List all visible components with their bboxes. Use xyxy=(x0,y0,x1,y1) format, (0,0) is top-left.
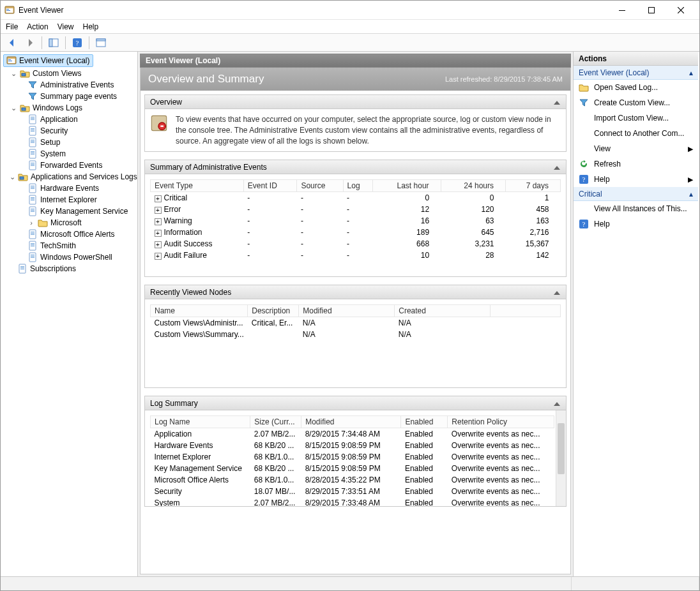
column-header[interactable]: Event ID xyxy=(243,180,297,192)
column-header[interactable]: Last hour xyxy=(373,180,441,192)
column-header[interactable]: Modified xyxy=(301,416,401,428)
column-header[interactable]: Name xyxy=(151,305,248,317)
maximize-button[interactable] xyxy=(637,1,666,19)
summary-table[interactable]: Event TypeEvent IDSourceLogLast hour24 h… xyxy=(150,179,561,261)
tree-custom-views[interactable]: ⌄ Custom Views xyxy=(8,68,136,79)
expand-icon[interactable]: + xyxy=(155,241,162,248)
menu-help[interactable]: Help xyxy=(83,22,99,31)
summary-row[interactable]: +Warning --- 1663163 xyxy=(151,215,561,227)
expand-icon[interactable]: › xyxy=(27,219,35,227)
column-header[interactable]: Size (Curr... xyxy=(250,416,301,428)
log-row[interactable]: Security18.07 MB/...8/29/2015 7:33:51 AM… xyxy=(151,486,554,497)
tree-summary-events[interactable]: Summary page events xyxy=(26,91,136,102)
tree-log-item[interactable]: System xyxy=(26,148,136,160)
column-header[interactable]: Event Type xyxy=(151,180,244,192)
action-item[interactable]: Create Custom View... xyxy=(574,95,698,110)
column-header[interactable]: Retention Policy xyxy=(448,416,554,428)
log-summary-table[interactable]: Log NameSize (Curr...ModifiedEnabledRete… xyxy=(150,415,554,506)
actions-section-critical[interactable]: Critical ▴ xyxy=(574,187,698,201)
summary-row[interactable]: +Audit Failure --- 1028142 xyxy=(151,250,561,261)
show-hide-action-button[interactable] xyxy=(93,36,109,50)
column-header[interactable]: Log xyxy=(343,180,373,192)
column-header[interactable] xyxy=(491,305,561,317)
log-row[interactable]: Application2.07 MB/2...8/29/2015 7:34:48… xyxy=(151,428,554,440)
column-header[interactable]: 24 hours xyxy=(441,180,505,192)
collapse-icon[interactable]: ⌄ xyxy=(10,173,15,181)
column-header[interactable]: Description xyxy=(248,305,299,317)
tree-log-item[interactable]: Key Management Service xyxy=(26,206,136,217)
tree-log-item[interactable]: Setup xyxy=(26,137,136,148)
menu-action[interactable]: Action xyxy=(27,22,48,31)
actions-section-local[interactable]: Event Viewer (Local) ▴ xyxy=(574,66,698,80)
tree-admin-events[interactable]: Administrative Events xyxy=(26,79,136,91)
collapse-icon[interactable] xyxy=(552,98,561,107)
expand-icon[interactable]: + xyxy=(155,218,162,225)
expand-icon[interactable]: + xyxy=(155,230,162,237)
action-item[interactable]: Refresh xyxy=(574,156,698,172)
tree-apps-logs[interactable]: ⌄ Applications and Services Logs xyxy=(8,171,136,183)
summary-row[interactable]: +Critical --- 001 xyxy=(151,192,561,204)
action-item[interactable]: View ▶ xyxy=(574,141,698,156)
tree-log-item[interactable]: Windows PowerShell xyxy=(26,251,136,263)
log-row[interactable]: Microsoft Office Alerts68 KB/1.0...8/28/… xyxy=(151,474,554,486)
log-row[interactable]: Key Management Service68 KB/20 ...8/15/2… xyxy=(151,463,554,474)
collapse-icon[interactable]: ▴ xyxy=(689,190,693,198)
log-row[interactable]: Internet Explorer68 KB/1.0...8/15/2015 9… xyxy=(151,451,554,463)
collapse-icon[interactable] xyxy=(552,163,561,172)
overview-group-title: Overview xyxy=(150,98,182,107)
action-item[interactable]: View All Instances of This... xyxy=(574,201,698,216)
tree-log-item[interactable]: Forwarded Events xyxy=(26,160,136,171)
column-header[interactable]: Modified xyxy=(299,305,395,317)
recent-row[interactable]: Custom Views\Summary...N/AN/A xyxy=(151,329,561,340)
tree-windows-logs[interactable]: ⌄ Windows Logs xyxy=(8,102,136,114)
scrollbar[interactable] xyxy=(556,410,566,506)
expand-icon[interactable]: + xyxy=(155,195,162,202)
action-item[interactable]: Help xyxy=(574,216,698,232)
scrollbar-thumb[interactable] xyxy=(558,423,565,474)
action-item[interactable]: Help ▶ xyxy=(574,172,698,187)
toolbar-separator xyxy=(65,36,66,49)
collapse-icon[interactable]: ▴ xyxy=(689,68,693,77)
recent-table[interactable]: NameDescriptionModifiedCreated Custom Vi… xyxy=(150,304,561,340)
action-item[interactable]: Import Custom View... xyxy=(574,110,698,126)
close-button[interactable] xyxy=(666,1,696,19)
recent-row[interactable]: Custom Views\Administr...Critical, Er...… xyxy=(151,317,561,329)
log-row[interactable]: System2.07 MB/2...8/29/2015 7:33:48 AMEn… xyxy=(151,497,554,506)
menu-file[interactable]: File xyxy=(6,22,18,31)
collapse-icon[interactable] xyxy=(552,288,561,297)
tree-log-item[interactable]: Internet Explorer xyxy=(26,194,136,206)
tree-log-item[interactable]: Security xyxy=(26,125,136,137)
action-item[interactable]: Connect to Another Com... xyxy=(574,126,698,141)
tree-log-item[interactable]: › Microsoft xyxy=(26,217,136,228)
menu-view[interactable]: View xyxy=(57,22,74,31)
tree-log-item[interactable]: Application xyxy=(26,114,136,125)
tree-log-item[interactable]: Hardware Events xyxy=(26,183,136,194)
collapse-icon[interactable] xyxy=(552,399,561,408)
expand-icon[interactable]: + xyxy=(155,207,162,214)
column-header[interactable]: Created xyxy=(395,305,491,317)
center-pane: Event Viewer (Local) Overview and Summar… xyxy=(138,52,573,576)
summary-row[interactable]: +Audit Success --- 6683,23115,367 xyxy=(151,238,561,250)
log-row[interactable]: Hardware Events68 KB/20 ...8/15/2015 9:0… xyxy=(151,440,554,451)
action-item[interactable]: Open Saved Log... xyxy=(574,80,698,95)
column-header[interactable]: 7 days xyxy=(506,180,561,192)
summary-row[interactable]: +Error --- 12120458 xyxy=(151,204,561,215)
collapse-icon[interactable]: ⌄ xyxy=(10,70,17,78)
forward-button[interactable] xyxy=(22,36,38,50)
console-tree[interactable]: Event Viewer (Local) ⌄ Custom Views Admi… xyxy=(1,52,138,576)
column-header[interactable]: Source xyxy=(297,180,343,192)
help-button[interactable] xyxy=(70,36,85,50)
tree-log-item[interactable]: Microsoft Office Alerts xyxy=(26,228,136,240)
tree-log-item[interactable]: TechSmith xyxy=(26,240,136,251)
summary-row[interactable]: +Information --- 1896452,716 xyxy=(151,227,561,238)
expand-icon[interactable]: + xyxy=(155,253,162,260)
collapse-icon[interactable]: ⌄ xyxy=(10,104,17,112)
tree-subscriptions[interactable]: Subscriptions xyxy=(8,263,136,274)
minimize-button[interactable] xyxy=(607,1,637,19)
back-button[interactable] xyxy=(4,36,20,50)
column-header[interactable]: Enabled xyxy=(401,416,448,428)
recent-group-title: Recently Viewed Nodes xyxy=(150,288,231,297)
tree-root[interactable]: Event Viewer (Local) xyxy=(3,54,93,67)
column-header[interactable]: Log Name xyxy=(151,416,250,428)
show-hide-tree-button[interactable] xyxy=(46,36,61,50)
